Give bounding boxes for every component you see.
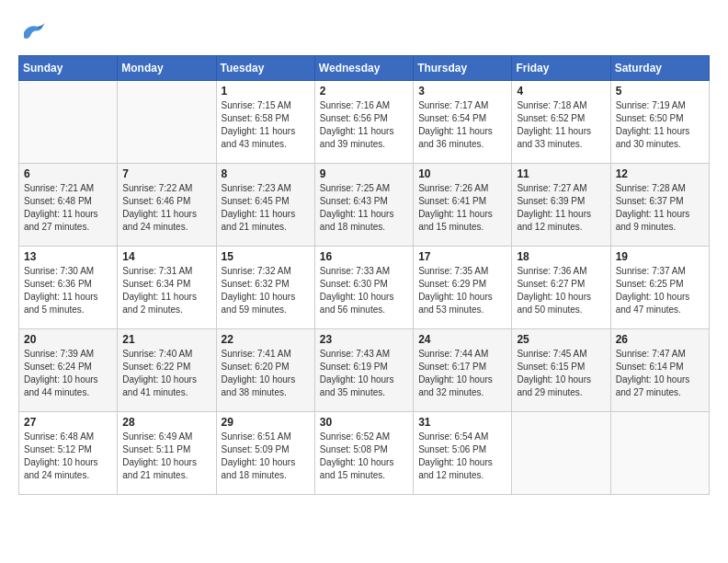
day-info: Sunrise: 7:28 AMSunset: 6:37 PMDaylight:… [616, 182, 704, 234]
day-number: 1 [222, 85, 310, 98]
calendar-cell: 13 Sunrise: 7:30 AMSunset: 6:36 PMDaylig… [19, 247, 118, 329]
day-number: 22 [222, 333, 310, 346]
calendar-cell: 29 Sunrise: 6:51 AMSunset: 5:09 PMDaylig… [216, 412, 314, 495]
day-number: 20 [24, 333, 112, 346]
calendar-week-row: 20 Sunrise: 7:39 AMSunset: 6:24 PMDaylig… [19, 329, 710, 412]
logo [18, 18, 50, 46]
day-number: 12 [616, 167, 704, 180]
day-number: 14 [122, 250, 210, 263]
calendar-cell: 1 Sunrise: 7:15 AMSunset: 6:58 PMDayligh… [216, 81, 314, 164]
day-info: Sunrise: 6:48 AMSunset: 5:12 PMDaylight:… [24, 431, 112, 482]
calendar-cell: 10 Sunrise: 7:26 AMSunset: 6:41 PMDaylig… [414, 164, 512, 247]
calendar-cell: 28 Sunrise: 6:49 AMSunset: 5:11 PMDaylig… [118, 412, 216, 495]
day-info: Sunrise: 7:18 AMSunset: 6:52 PMDaylight:… [517, 99, 605, 151]
calendar-cell [118, 81, 216, 164]
calendar-table: SundayMondayTuesdayWednesdayThursdayFrid… [18, 55, 710, 495]
day-number: 13 [24, 250, 112, 263]
weekday-header: Sunday [19, 56, 118, 81]
calendar-cell: 27 Sunrise: 6:48 AMSunset: 5:12 PMDaylig… [19, 412, 118, 495]
day-number: 15 [222, 250, 310, 263]
calendar-cell: 9 Sunrise: 7:25 AMSunset: 6:43 PMDayligh… [314, 164, 413, 247]
day-number: 21 [122, 333, 210, 346]
day-info: Sunrise: 7:26 AMSunset: 6:41 PMDaylight:… [418, 182, 506, 234]
day-number: 16 [320, 250, 408, 263]
day-info: Sunrise: 7:31 AMSunset: 6:34 PMDaylight:… [122, 265, 210, 316]
day-number: 6 [24, 167, 112, 180]
day-number: 24 [418, 333, 506, 346]
day-number: 28 [122, 416, 210, 429]
day-number: 17 [418, 250, 506, 263]
calendar-cell: 25 Sunrise: 7:45 AMSunset: 6:15 PMDaylig… [512, 329, 610, 412]
calendar-cell: 23 Sunrise: 7:43 AMSunset: 6:19 PMDaylig… [314, 329, 413, 412]
day-info: Sunrise: 7:40 AMSunset: 6:22 PMDaylight:… [122, 348, 210, 399]
weekday-header: Monday [118, 56, 216, 81]
weekday-header: Tuesday [216, 56, 314, 81]
calendar-cell: 7 Sunrise: 7:22 AMSunset: 6:46 PMDayligh… [118, 164, 216, 247]
day-info: Sunrise: 7:39 AMSunset: 6:24 PMDaylight:… [24, 348, 112, 399]
day-number: 23 [320, 333, 408, 346]
day-info: Sunrise: 7:17 AMSunset: 6:54 PMDaylight:… [418, 99, 506, 151]
day-number: 27 [24, 416, 112, 429]
calendar-week-row: 27 Sunrise: 6:48 AMSunset: 5:12 PMDaylig… [19, 412, 710, 495]
day-info: Sunrise: 7:36 AMSunset: 6:27 PMDaylight:… [517, 265, 605, 316]
weekday-header: Wednesday [314, 56, 413, 81]
day-number: 4 [517, 85, 605, 98]
day-info: Sunrise: 7:30 AMSunset: 6:36 PMDaylight:… [24, 265, 112, 316]
day-info: Sunrise: 7:25 AMSunset: 6:43 PMDaylight:… [320, 182, 408, 234]
day-info: Sunrise: 6:49 AMSunset: 5:11 PMDaylight:… [122, 431, 210, 482]
calendar-cell: 30 Sunrise: 6:52 AMSunset: 5:08 PMDaylig… [314, 412, 413, 495]
calendar-cell: 21 Sunrise: 7:40 AMSunset: 6:22 PMDaylig… [118, 329, 216, 412]
day-info: Sunrise: 7:47 AMSunset: 6:14 PMDaylight:… [616, 348, 704, 399]
day-info: Sunrise: 7:19 AMSunset: 6:50 PMDaylight:… [616, 99, 704, 151]
calendar-cell: 20 Sunrise: 7:39 AMSunset: 6:24 PMDaylig… [19, 329, 118, 412]
day-number: 25 [517, 333, 605, 346]
calendar-cell: 8 Sunrise: 7:23 AMSunset: 6:45 PMDayligh… [216, 164, 314, 247]
calendar-cell: 17 Sunrise: 7:35 AMSunset: 6:29 PMDaylig… [414, 247, 512, 329]
day-info: Sunrise: 7:43 AMSunset: 6:19 PMDaylight:… [320, 348, 408, 399]
logo-icon [18, 18, 46, 46]
calendar-week-row: 13 Sunrise: 7:30 AMSunset: 6:36 PMDaylig… [19, 247, 710, 329]
calendar-cell [512, 412, 610, 495]
day-number: 18 [517, 250, 605, 263]
calendar-cell: 16 Sunrise: 7:33 AMSunset: 6:30 PMDaylig… [314, 247, 413, 329]
day-number: 31 [418, 416, 506, 429]
calendar-cell: 15 Sunrise: 7:32 AMSunset: 6:32 PMDaylig… [216, 247, 314, 329]
day-info: Sunrise: 7:16 AMSunset: 6:56 PMDaylight:… [320, 99, 408, 151]
day-number: 29 [222, 416, 310, 429]
day-number: 7 [122, 167, 210, 180]
day-info: Sunrise: 7:41 AMSunset: 6:20 PMDaylight:… [222, 348, 310, 399]
day-number: 30 [320, 416, 408, 429]
day-info: Sunrise: 7:15 AMSunset: 6:58 PMDaylight:… [222, 99, 310, 151]
weekday-header: Thursday [414, 56, 512, 81]
calendar-cell: 3 Sunrise: 7:17 AMSunset: 6:54 PMDayligh… [414, 81, 512, 164]
day-number: 10 [418, 167, 506, 180]
calendar-cell [19, 81, 118, 164]
day-number: 3 [418, 85, 506, 98]
day-number: 9 [320, 167, 408, 180]
calendar-cell: 14 Sunrise: 7:31 AMSunset: 6:34 PMDaylig… [118, 247, 216, 329]
calendar-cell: 26 Sunrise: 7:47 AMSunset: 6:14 PMDaylig… [610, 329, 709, 412]
day-number: 2 [320, 85, 408, 98]
day-info: Sunrise: 7:27 AMSunset: 6:39 PMDaylight:… [517, 182, 605, 234]
day-info: Sunrise: 7:44 AMSunset: 6:17 PMDaylight:… [418, 348, 506, 399]
weekday-header: Friday [512, 56, 610, 81]
calendar-cell: 18 Sunrise: 7:36 AMSunset: 6:27 PMDaylig… [512, 247, 610, 329]
calendar-cell: 5 Sunrise: 7:19 AMSunset: 6:50 PMDayligh… [610, 81, 709, 164]
calendar-cell [610, 412, 709, 495]
day-info: Sunrise: 6:54 AMSunset: 5:06 PMDaylight:… [418, 431, 506, 482]
day-info: Sunrise: 6:52 AMSunset: 5:08 PMDaylight:… [320, 431, 408, 482]
calendar-cell: 2 Sunrise: 7:16 AMSunset: 6:56 PMDayligh… [314, 81, 413, 164]
day-number: 19 [616, 250, 704, 263]
calendar-week-row: 6 Sunrise: 7:21 AMSunset: 6:48 PMDayligh… [19, 164, 710, 247]
day-info: Sunrise: 6:51 AMSunset: 5:09 PMDaylight:… [222, 431, 310, 482]
day-info: Sunrise: 7:37 AMSunset: 6:25 PMDaylight:… [616, 265, 704, 316]
day-info: Sunrise: 7:35 AMSunset: 6:29 PMDaylight:… [418, 265, 506, 316]
weekday-header: Saturday [610, 56, 709, 81]
day-info: Sunrise: 7:21 AMSunset: 6:48 PMDaylight:… [24, 182, 112, 234]
calendar-cell: 19 Sunrise: 7:37 AMSunset: 6:25 PMDaylig… [610, 247, 709, 329]
day-info: Sunrise: 7:32 AMSunset: 6:32 PMDaylight:… [222, 265, 310, 316]
day-info: Sunrise: 7:22 AMSunset: 6:46 PMDaylight:… [122, 182, 210, 234]
day-number: 26 [616, 333, 704, 346]
calendar-cell: 31 Sunrise: 6:54 AMSunset: 5:06 PMDaylig… [414, 412, 512, 495]
day-info: Sunrise: 7:33 AMSunset: 6:30 PMDaylight:… [320, 265, 408, 316]
